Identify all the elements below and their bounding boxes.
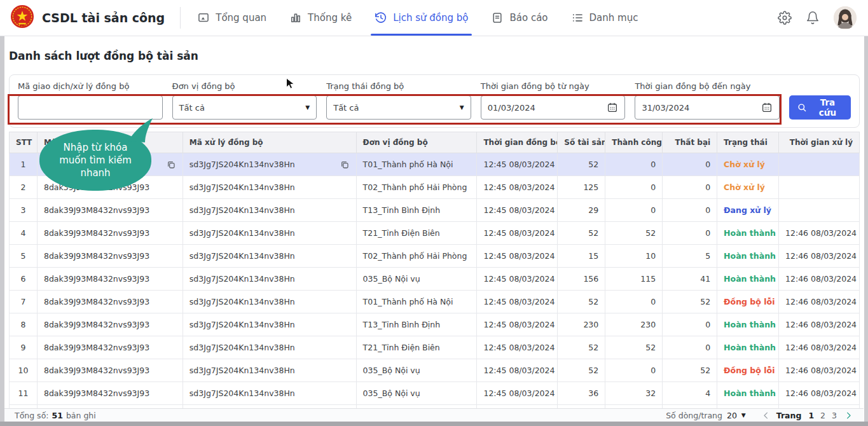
page-number-2[interactable]: 2	[819, 411, 827, 420]
cell-transaction-code: 8dak39J93M8432nvs93J93	[37, 268, 183, 291]
unit-select-value: Tất cả	[179, 103, 306, 113]
table-row[interactable]: 108dak39J93M8432nvs93J93sd3Jg7JS204Kn134…	[10, 359, 860, 382]
cell-assets: 15	[558, 245, 605, 268]
cell-stt: 6	[10, 268, 38, 291]
cell-processed-time: 12:46 08/03/2024	[779, 268, 860, 291]
table-footer: Tổng số: 51 bản ghi Số dòng/trang 20 ▼ T…	[4, 408, 864, 422]
bell-icon[interactable]	[806, 11, 820, 25]
to-date-input[interactable]: 31/03/2024	[635, 95, 780, 120]
cell-status: Đồng bộ lỗi	[717, 359, 779, 382]
cell-assets: 52	[558, 222, 605, 245]
cell-transaction-code: 8dak39J93M8432nvs93J93	[37, 245, 183, 268]
cell-status: Hoàn thành	[717, 245, 779, 268]
cell-sync-time: 12:45 08/03/2024	[477, 382, 558, 405]
cell-sync-time: 12:45 08/03/2024	[477, 199, 558, 222]
cell-stt: 9	[10, 336, 38, 359]
report-icon	[491, 11, 504, 24]
cell-success: 10	[605, 245, 663, 268]
pagination: Số dòng/trang 20 ▼ Trang 123	[666, 411, 853, 420]
table-row[interactable]: 78dak39J93M8432nvs93J93sd3Jg7JS204Kn134n…	[10, 291, 860, 313]
unit-select[interactable]: Tất cả▼	[172, 95, 317, 120]
nav-tab-label: Tổng quan	[216, 12, 266, 24]
pager: Trang 123	[761, 411, 853, 420]
cell-processed-time: 12:46 08/03/2024	[779, 382, 860, 405]
window-frame-left	[0, 36, 4, 422]
cell-stt: 3	[10, 199, 38, 222]
nav-tab-4[interactable]: Danh mục	[571, 0, 638, 36]
rows-per-page-select[interactable]: Số dòng/trang 20 ▼	[666, 411, 746, 420]
prev-page-icon[interactable]	[761, 411, 771, 420]
cell-success: 52	[605, 222, 663, 245]
table-row[interactable]: 118dak39J93M8432nvs93J93sd3Jg7JS204Kn134…	[10, 382, 860, 405]
search-button-wrap: Tra cứu	[789, 81, 851, 120]
nav-tab-2[interactable]: Lịch sử đồng bộ	[375, 0, 468, 36]
cell-assets: 29	[558, 199, 605, 222]
from-date-input[interactable]: 01/03/2024	[481, 95, 626, 120]
cell-stt: 1	[10, 153, 38, 176]
cell-unit: 035_Bộ Nội vụ	[356, 359, 477, 382]
avatar[interactable]	[834, 6, 857, 29]
nav-tab-3[interactable]: Báo cáo	[491, 0, 548, 36]
cell-process-code: sd3Jg7JS204Kn134nv38Hn	[183, 268, 356, 291]
status-select[interactable]: Tất cả▼	[326, 95, 471, 120]
chevron-down-icon: ▼	[741, 412, 746, 418]
copy-icon[interactable]	[340, 160, 350, 170]
column-header-2: Mã xử lý đồng bộ	[183, 132, 356, 153]
gear-icon[interactable]	[778, 11, 792, 25]
chevron-down-icon: ▼	[460, 104, 464, 111]
cell-process-code: sd3Jg7JS204Kn134nv38Hn	[183, 222, 356, 245]
page-number-1[interactable]: 1	[807, 411, 815, 420]
table-row[interactable]: 48dak39J93M8432nvs93J93sd3Jg7JS204Kn134n…	[10, 222, 860, 245]
cell-stt: 4	[10, 222, 38, 245]
table-row[interactable]: 98dak39J93M8432nvs93J93sd3Jg7JS204Kn134n…	[10, 336, 860, 359]
window-frame-bottom	[0, 422, 868, 426]
transaction-code-input-field: Mã giao dịch/xử lý đồng bộ	[18, 81, 163, 120]
search-hint-tooltip: Nhập từ khóa muốn tìm kiếm nhanh	[39, 130, 151, 191]
cell-sync-time: 12:45 08/03/2024	[477, 313, 558, 336]
search-button[interactable]: Tra cứu	[789, 95, 851, 120]
chevron-down-icon: ▼	[305, 104, 310, 111]
copy-icon[interactable]	[166, 160, 176, 170]
cell-sync-time: 12:45 08/03/2024	[477, 291, 558, 313]
history-icon	[375, 11, 387, 24]
table-row[interactable]: 38dak39J93M8432nvs93J93sd3Jg7JS204Kn134n…	[10, 199, 860, 222]
stats-icon	[289, 11, 302, 24]
table-row[interactable]: 58dak39J93M8432nvs93J93sd3Jg7JS204Kn134n…	[10, 245, 860, 268]
column-header-0: STT	[10, 132, 38, 153]
cell-stt: 7	[10, 291, 38, 313]
column-header-5: Số tài sản	[558, 132, 605, 153]
next-page-icon[interactable]	[844, 411, 853, 420]
tooltip-tail	[126, 117, 155, 142]
window-frame-right	[864, 36, 868, 422]
total-label: Tổng số:	[15, 411, 49, 420]
cell-processed-time	[779, 199, 860, 222]
table-row[interactable]: 88dak39J93M8432nvs93J93sd3Jg7JS204Kn134n…	[10, 313, 860, 336]
transaction-code-input[interactable]	[18, 95, 163, 120]
vietnam-emblem-icon	[10, 4, 34, 31]
cell-unit: T21_Tỉnh Điện Biên	[356, 336, 477, 359]
nav-tab-0[interactable]: Tổng quan	[197, 0, 266, 36]
to-date-input-field: Thời gian đồng bộ đến ngày31/03/2024	[635, 81, 780, 120]
cell-success: 115	[605, 268, 663, 291]
cell-sync-time: 12:45 08/03/2024	[477, 222, 558, 245]
cell-transaction-code: 8dak39J93M8432nvs93J93	[37, 199, 183, 222]
cell-success: 0	[605, 359, 663, 382]
cell-sync-time: 12:45 08/03/2024	[477, 245, 558, 268]
cell-unit: 035_Bộ Nội vụ	[356, 382, 477, 405]
cell-processed-time: 12:46 08/03/2024	[779, 359, 860, 382]
column-header-9: Thời gian xử lý	[779, 132, 860, 153]
main-content: Danh sách lượt đồng bộ tài sản Mã giao d…	[0, 48, 868, 422]
total-suffix: bản ghi	[66, 411, 96, 420]
cell-stt: 8	[10, 313, 38, 336]
cell-failed: 0	[663, 153, 717, 176]
cell-unit: 035_Bộ Nội vụ	[356, 268, 477, 291]
cell-process-code: sd3Jg7JS204Kn134nv38Hn	[183, 313, 356, 336]
cell-assets: 125	[558, 176, 605, 199]
table-row[interactable]: 68dak39J93M8432nvs93J93sd3Jg7JS204Kn134n…	[10, 268, 860, 291]
nav-tab-1[interactable]: Thống kê	[289, 0, 352, 36]
cell-process-code: sd3Jg7JS204Kn134nv38Hn	[183, 153, 356, 176]
cell-transaction-code: 8dak39J93M8432nvs93J93	[37, 313, 183, 336]
page-number-3[interactable]: 3	[830, 411, 838, 420]
cell-status: Hoàn thành	[717, 336, 779, 359]
table-row-partial	[10, 405, 860, 409]
